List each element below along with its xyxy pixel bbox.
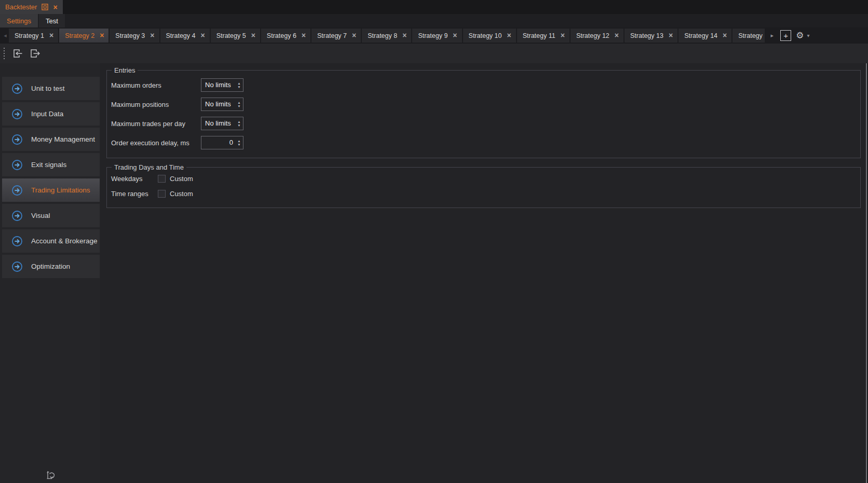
tab-strategy-11[interactable]: Strategy 11× xyxy=(517,29,569,43)
tab-strategy-1[interactable]: Strategy 1× xyxy=(9,29,58,43)
spinner-value[interactable]: No limits xyxy=(201,79,235,91)
spinner-value[interactable]: No limits xyxy=(201,117,235,130)
sidebar-item-exit-signals[interactable]: Exit signals xyxy=(2,153,100,176)
sidebar-item-trading-limitations[interactable]: Trading Limitations xyxy=(2,178,100,202)
reset-settings-button[interactable] xyxy=(45,470,56,481)
export-settings-button[interactable] xyxy=(28,47,42,60)
sidebar-item-money-management[interactable]: Money Management xyxy=(2,128,100,151)
chevron-right-icon[interactable]: ▸ xyxy=(768,32,776,39)
chevron-left-icon[interactable]: ◂ xyxy=(2,32,9,39)
spinner-value[interactable]: 0 xyxy=(201,136,235,149)
trading-limitations-panel: Entries Maximum orders No limits ▲▼ Maxi… xyxy=(100,63,866,483)
time-ranges-custom-label[interactable]: Custom xyxy=(170,190,193,198)
circle-arrow-icon xyxy=(11,159,23,171)
weekdays-label: Weekdays xyxy=(111,175,158,183)
close-icon[interactable]: × xyxy=(402,32,406,39)
sidebar-item-optimization[interactable]: Optimization xyxy=(2,255,100,278)
order-execution-delay-row: Order execution delay, ms 0 ▲▼ xyxy=(111,136,855,149)
main-area: Unit to test Input Data Money Management… xyxy=(0,63,868,483)
close-icon[interactable]: × xyxy=(723,32,727,39)
entries-group-title: Entries xyxy=(112,66,138,74)
close-icon[interactable]: × xyxy=(53,4,57,11)
circle-arrow-icon xyxy=(11,83,23,94)
tab-strategy-5[interactable]: Strategy 5× xyxy=(211,29,260,43)
weekdays-custom-label[interactable]: Custom xyxy=(170,175,193,183)
import-settings-button[interactable] xyxy=(11,47,24,60)
close-icon[interactable]: × xyxy=(201,32,205,39)
backtester-app: Backtester × Settings Test ◂ Strategy 1×… xyxy=(0,0,868,483)
tab-strategy-6[interactable]: Strategy 6× xyxy=(261,29,310,43)
strategy-tabs: Strategy 1× Strategy 2× Strategy 3× Stra… xyxy=(9,29,766,43)
close-icon[interactable]: × xyxy=(669,32,673,39)
gear-icon[interactable]: ⚙ xyxy=(796,31,804,40)
maximum-trades-per-day-spinner[interactable]: No limits ▲▼ xyxy=(201,117,243,130)
spinner-down-icon[interactable]: ▼ xyxy=(237,85,240,89)
spinner-up-icon[interactable]: ▲ xyxy=(237,81,240,85)
close-icon[interactable]: × xyxy=(352,32,356,39)
close-icon[interactable]: × xyxy=(561,32,565,39)
order-execution-delay-label: Order execution delay, ms xyxy=(111,139,201,147)
tab-strategy-9[interactable]: Strategy 9× xyxy=(412,29,462,43)
sidebar-item-unit-to-test[interactable]: Unit to test xyxy=(2,77,100,100)
weekdays-custom-checkbox[interactable] xyxy=(158,175,166,183)
spinner-value[interactable]: No limits xyxy=(201,98,235,111)
circle-arrow-icon xyxy=(11,236,23,247)
maximum-positions-label: Maximum positions xyxy=(111,101,201,108)
spinner-up-icon[interactable]: ▲ xyxy=(237,139,240,143)
circle-arrow-icon xyxy=(11,134,23,145)
view-tab-label: Settings xyxy=(7,17,31,25)
close-icon[interactable]: × xyxy=(507,32,511,39)
close-icon[interactable]: × xyxy=(150,32,154,39)
tab-strategy-3[interactable]: Strategy 3× xyxy=(110,29,159,43)
maximum-orders-spinner[interactable]: No limits ▲▼ xyxy=(201,78,243,92)
document-tab-bar: Backtester × xyxy=(0,0,868,14)
time-ranges-custom-checkbox[interactable] xyxy=(158,190,166,198)
settings-toolbar xyxy=(0,44,868,63)
sidebar-item-account-brokerage[interactable]: Account & Brokerage xyxy=(2,229,100,253)
float-window-icon[interactable] xyxy=(42,4,48,10)
tab-strategy-13[interactable]: Strategy 13× xyxy=(625,29,677,43)
maximum-orders-label: Maximum orders xyxy=(111,81,201,89)
spinner-up-icon[interactable]: ▲ xyxy=(237,120,240,123)
tab-backtester[interactable]: Backtester × xyxy=(0,0,63,14)
sidebar-item-input-data[interactable]: Input Data xyxy=(2,102,100,126)
circle-arrow-icon xyxy=(11,261,23,272)
chevron-down-icon[interactable]: ▾ xyxy=(807,33,810,38)
tab-strategy-14[interactable]: Strategy 14× xyxy=(679,29,731,43)
spinner-down-icon[interactable]: ▼ xyxy=(237,104,240,108)
toolbar-gripper[interactable] xyxy=(4,48,5,59)
close-icon[interactable]: × xyxy=(302,32,306,39)
close-icon[interactable]: × xyxy=(251,32,255,39)
trading-days-group-title: Trading Days and Time xyxy=(112,163,186,171)
tab-strategy-10[interactable]: Strategy 10× xyxy=(463,29,516,43)
time-ranges-row: Time ranges Custom xyxy=(111,187,855,200)
tab-strategy-12[interactable]: Strategy 12× xyxy=(571,29,623,43)
spinner-down-icon[interactable]: ▼ xyxy=(237,143,240,146)
circle-arrow-icon xyxy=(11,108,23,120)
weekdays-row: Weekdays Custom xyxy=(111,172,855,185)
sidebar-item-visual[interactable]: Visual xyxy=(2,204,100,227)
tab-strategy-7[interactable]: Strategy 7× xyxy=(311,29,361,43)
tab-settings[interactable]: Settings xyxy=(0,14,38,27)
tab-strategy-8[interactable]: Strategy 8× xyxy=(362,29,411,43)
maximum-trades-per-day-row: Maximum trades per day No limits ▲▼ xyxy=(111,117,855,130)
add-strategy-button[interactable]: + xyxy=(780,30,791,41)
reset-icon xyxy=(45,470,56,481)
spinner-up-icon[interactable]: ▲ xyxy=(237,101,240,104)
order-execution-delay-spinner[interactable]: 0 ▲▼ xyxy=(201,136,243,149)
close-icon[interactable]: × xyxy=(100,32,104,39)
view-tab-label: Test xyxy=(46,17,58,25)
maximum-positions-spinner[interactable]: No limits ▲▼ xyxy=(201,98,243,111)
circle-arrow-icon xyxy=(11,210,23,222)
tab-strategy-4[interactable]: Strategy 4× xyxy=(160,29,210,43)
entries-group: Entries Maximum orders No limits ▲▼ Maxi… xyxy=(106,66,861,158)
time-ranges-label: Time ranges xyxy=(111,190,158,198)
spinner-down-icon[interactable]: ▼ xyxy=(237,123,240,127)
tab-strategy-2[interactable]: Strategy 2× xyxy=(59,29,108,43)
close-icon[interactable]: × xyxy=(615,32,619,39)
tab-strategy-15[interactable]: Strategy xyxy=(733,29,765,43)
view-tab-bar: Settings Test xyxy=(0,14,868,27)
tab-test[interactable]: Test xyxy=(39,14,65,27)
close-icon[interactable]: × xyxy=(49,32,53,39)
close-icon[interactable]: × xyxy=(453,32,457,39)
